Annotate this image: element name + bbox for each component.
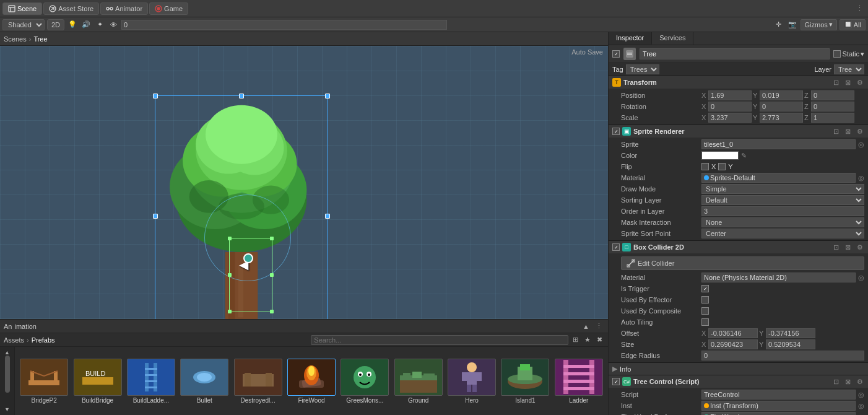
assets-options[interactable]: ★ xyxy=(583,336,592,344)
box-collider-header[interactable]: □ Box Collider 2D ⊡ ⊠ ⚙ xyxy=(609,241,868,253)
transform-menu-btn[interactable]: ⚙ xyxy=(856,79,864,87)
scroll-thumb[interactable] xyxy=(5,356,10,393)
collider-enabled-check[interactable] xyxy=(612,243,620,251)
gizmos-button[interactable]: Gizmos ▾ xyxy=(801,19,837,30)
handle-tm[interactable] xyxy=(239,94,244,98)
2d-toggle[interactable]: 2D xyxy=(47,19,64,30)
prefab-item[interactable]: BridgeP2 xyxy=(20,359,68,404)
tiling-checkbox[interactable] xyxy=(701,318,709,326)
prefab-item[interactable]: Island1 xyxy=(501,359,549,404)
script-menu-btn[interactable]: ⚙ xyxy=(856,378,864,386)
tab-animator[interactable]: Animator xyxy=(100,2,148,15)
sorting-layer-select[interactable]: Default xyxy=(701,195,864,205)
edit-collider-button[interactable]: Edit Collider xyxy=(621,256,864,270)
sprite-target-icon[interactable]: ◎ xyxy=(858,141,864,149)
firewood-target-icon[interactable]: ◎ xyxy=(858,413,864,416)
pos-x-input[interactable] xyxy=(708,90,752,100)
trigger-checkbox[interactable] xyxy=(701,285,709,292)
audio-icon[interactable]: 🔊 xyxy=(80,19,92,30)
flip-x-check[interactable] xyxy=(701,163,709,170)
assets-layout-btn[interactable]: ⊞ xyxy=(571,336,580,344)
prefab-item[interactable]: Ladder xyxy=(555,359,603,404)
tree-object[interactable]: ◀ xyxy=(155,95,328,319)
material-target-icon[interactable]: ◎ xyxy=(858,174,864,182)
collider-handle-mr[interactable] xyxy=(270,273,274,277)
pos-z-input[interactable] xyxy=(811,90,854,100)
prefab-item[interactable]: BuildLadde... xyxy=(127,359,175,404)
anim-options[interactable]: ⋮ xyxy=(594,322,604,330)
scroll-down-btn[interactable]: ▼ xyxy=(2,406,12,413)
transform-collapse-btn[interactable]: ⊠ xyxy=(844,79,852,87)
sprite-copy-btn[interactable]: ⊡ xyxy=(832,128,840,136)
offset-x-input[interactable] xyxy=(708,328,758,338)
tab-services[interactable]: Services xyxy=(652,32,693,45)
camera-icon[interactable]: 📷 xyxy=(787,19,798,30)
collapse-btn[interactable]: ⋮ xyxy=(854,3,866,14)
static-checkbox[interactable] xyxy=(833,50,841,58)
scale-x-input[interactable] xyxy=(708,113,752,123)
effects-icon[interactable]: ✦ xyxy=(94,19,105,30)
size-x-input[interactable] xyxy=(708,339,758,349)
prefab-item[interactable]: Destroyedl... xyxy=(233,359,282,404)
edge-input[interactable] xyxy=(701,351,864,360)
crosshair-icon[interactable]: ✛ xyxy=(773,19,784,30)
tree-control-header[interactable]: C# Tree Control (Script) ⊡ ⊠ ⚙ xyxy=(609,375,868,388)
offset-y-input[interactable] xyxy=(766,328,815,338)
collider-handle-br[interactable] xyxy=(270,310,274,313)
tab-asset-store[interactable]: Asset Store xyxy=(43,2,99,15)
order-input[interactable] xyxy=(701,206,864,216)
composite-checkbox[interactable] xyxy=(701,307,709,315)
collider-handle-bl[interactable] xyxy=(228,310,232,313)
object-name-input[interactable] xyxy=(640,48,830,59)
tab-inspector[interactable]: Inspector xyxy=(609,32,652,45)
script-copy-btn[interactable]: ⊡ xyxy=(832,378,840,386)
rot-y-input[interactable] xyxy=(760,102,803,111)
handle-ml[interactable] xyxy=(153,214,158,219)
tab-scene[interactable]: Scene xyxy=(2,2,42,15)
collider-handle-tr[interactable] xyxy=(270,237,274,240)
collider-handle-tl[interactable] xyxy=(228,237,232,240)
hidden-icon[interactable]: 👁 xyxy=(108,19,119,30)
prefab-item[interactable]: Hero xyxy=(448,359,496,404)
prefab-item[interactable]: Bullet xyxy=(180,359,228,404)
scene-viewport[interactable]: Auto Save xyxy=(0,46,608,319)
transform-header[interactable]: T Transform ⊡ ⊠ ⚙ xyxy=(609,76,868,89)
draw-mode-select[interactable]: Simple xyxy=(701,184,864,194)
handle-mr[interactable] xyxy=(325,214,330,219)
layer-select[interactable]: Tree xyxy=(834,64,864,74)
scale-z-input[interactable] xyxy=(811,113,854,123)
script-target-icon[interactable]: ◎ xyxy=(858,391,864,399)
all-button[interactable]: 🔲 All xyxy=(840,19,866,30)
handle-tr[interactable] xyxy=(325,94,330,98)
inst-target-icon[interactable]: ◎ xyxy=(858,402,864,410)
collider-copy-btn[interactable]: ⊡ xyxy=(832,243,840,251)
color-swatch[interactable] xyxy=(701,151,739,160)
prefab-item[interactable]: GreesMons... xyxy=(341,359,389,404)
anim-collapse[interactable]: ▲ xyxy=(581,323,591,330)
search-input[interactable] xyxy=(311,335,568,345)
sprite-menu-btn[interactable]: ⚙ xyxy=(856,128,864,136)
pos-y-input[interactable] xyxy=(760,90,803,100)
prefab-item[interactable]: Ground xyxy=(394,359,443,404)
prefab-item[interactable]: BUILD BuildBridge xyxy=(73,359,121,404)
tab-game[interactable]: Game xyxy=(149,2,188,15)
effector-checkbox[interactable] xyxy=(701,296,709,304)
assets-close[interactable]: ✖ xyxy=(595,336,604,344)
collider-menu-btn[interactable]: ⚙ xyxy=(856,243,864,251)
object-enabled-check[interactable] xyxy=(612,50,620,58)
mask-select[interactable]: None xyxy=(701,217,864,227)
collider-material-target[interactable]: ◎ xyxy=(858,274,864,282)
collider-collapse-btn[interactable]: ⊠ xyxy=(844,243,852,251)
tag-select[interactable]: Trees xyxy=(626,64,659,74)
script-collapse-btn[interactable]: ⊠ xyxy=(844,378,852,386)
sprite-renderer-header[interactable]: ▣ Sprite Renderer ⊡ ⊠ ⚙ xyxy=(609,125,868,138)
scroll-up-btn[interactable]: ▲ xyxy=(2,349,12,356)
sprite-collapse-btn[interactable]: ⊠ xyxy=(844,128,852,136)
scale-y-input[interactable] xyxy=(760,113,803,123)
flip-y-check[interactable] xyxy=(718,163,726,170)
rot-x-input[interactable] xyxy=(708,102,752,111)
size-y-input[interactable] xyxy=(766,339,815,349)
light-icon[interactable]: 💡 xyxy=(67,19,78,30)
sprite-enabled-check[interactable] xyxy=(612,128,620,135)
shading-select[interactable]: Shaded xyxy=(2,19,45,30)
